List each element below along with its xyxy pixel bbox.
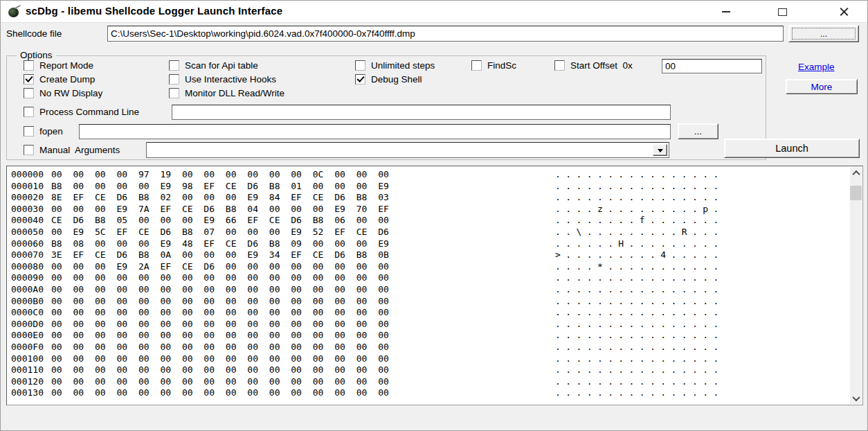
checkbox-label: Scan for Api table	[185, 60, 258, 71]
hex-ascii: ........f.......	[555, 215, 724, 227]
hex-ascii: ................	[555, 364, 724, 376]
checkbox-box[interactable]	[169, 74, 179, 85]
checkbox-label: Monitor DLL Read/Write	[185, 88, 284, 98]
hex-row: 0000A000 00 00 00 00 00 00 00 00 00 00 0…	[11, 284, 849, 296]
title-bar: scDbg - libemu Shellcode Logger Launch I…	[1, 1, 867, 23]
launch-button-label: Launch	[775, 143, 808, 154]
hex-offset: 000060	[11, 238, 51, 250]
fopen-input[interactable]	[79, 124, 671, 139]
checkbox-manual-arguments[interactable]: Manual Arguments	[24, 145, 120, 155]
hex-bytes: 00 00 00 00 00 00 00 00 00 00 00 00 00 0…	[51, 296, 389, 306]
hex-row: 00012000 00 00 00 00 00 00 00 00 00 00 0…	[11, 376, 849, 388]
fopen-browse-button[interactable]: ...	[678, 123, 718, 139]
checkbox-label: Unlimited steps	[371, 60, 435, 71]
checkbox-label: Debug Shell	[371, 74, 422, 85]
close-icon	[839, 7, 849, 17]
chevron-down-icon	[658, 149, 663, 155]
checkbox-report-mode[interactable]: Report Mode	[24, 60, 93, 71]
hex-bytes: 00 00 00 00 00 00 00 00 00 00 00 00 00 0…	[51, 342, 389, 352]
hex-bytes: 00 00 00 00 00 00 00 00 00 00 00 00 00 0…	[51, 387, 389, 398]
hex-ascii: ................	[555, 319, 724, 331]
hex-row: 00008000 00 00 E9 2A EF CE D6 00 00 00 0…	[11, 261, 849, 273]
hex-offset: 0000D0	[11, 319, 51, 331]
checkbox-label: Manual Arguments	[39, 145, 120, 155]
checkbox-box[interactable]	[169, 88, 179, 98]
checkbox-box[interactable]	[24, 88, 34, 98]
scrollbar-thumb[interactable]	[850, 186, 862, 200]
hex-bytes: 3E EF CE D6 B8 0A 00 00 00 E9 34 EF CE D…	[51, 249, 389, 260]
hex-offset: 000100	[11, 353, 51, 365]
hex-ascii: ................	[555, 342, 724, 353]
hex-ascii: ................	[555, 169, 724, 181]
hex-ascii: ..\.........R...	[555, 227, 724, 238]
hex-row: 0000703E EF CE D6 B8 0A 00 00 00 E9 34 E…	[11, 249, 849, 261]
window-title: scDbg - libemu Shellcode Logger Launch I…	[26, 5, 282, 17]
hex-row: 0000F000 00 00 00 00 00 00 00 00 00 00 0…	[11, 342, 849, 353]
hex-row: 00009000 00 00 00 00 00 00 00 00 00 00 0…	[11, 272, 849, 284]
checkbox-no-rw-display[interactable]: No RW Display	[24, 88, 102, 98]
checkbox-scan-api-table[interactable]: Scan for Api table	[169, 60, 258, 71]
hex-rows: 00000000 00 00 00 97 19 00 00 00 00 00 0…	[11, 169, 849, 405]
checkbox-label: Create Dump	[39, 74, 95, 85]
example-link[interactable]: Example	[798, 62, 835, 72]
hexdump-panel: 00000000 00 00 00 97 19 00 00 00 00 00 0…	[6, 166, 863, 405]
hex-row: 0000E000 00 00 00 00 00 00 00 00 00 00 0…	[11, 330, 849, 342]
checkbox-monitor-dll-read-write[interactable]: Monitor DLL Read/Write	[169, 88, 284, 98]
checkbox-box[interactable]	[355, 60, 365, 71]
hex-bytes: 00 00 00 00 00 00 00 00 00 00 00 00 00 0…	[51, 307, 389, 317]
checkbox-debug-shell[interactable]: Debug Shell	[355, 74, 422, 85]
shellcode-file-input[interactable]	[107, 26, 784, 42]
start-offset-input[interactable]	[662, 59, 762, 73]
more-button[interactable]: More	[786, 79, 858, 94]
hex-offset: 0000A0	[11, 284, 51, 296]
hex-ascii: ................	[555, 353, 724, 365]
hex-ascii: >.........4.....	[555, 249, 724, 261]
browse-file-button[interactable]: ...	[788, 25, 859, 42]
hex-ascii: ................	[555, 181, 724, 193]
hex-offset: 000110	[11, 364, 51, 376]
checkbox-box[interactable]	[471, 60, 482, 71]
combobox-dropdown-button[interactable]	[653, 144, 667, 156]
chevron-up-icon	[852, 170, 860, 177]
minimize-button[interactable]	[716, 3, 736, 20]
hex-bytes: 8E EF CE D6 B8 02 00 00 00 E9 84 EF CE D…	[51, 192, 389, 202]
scrollbar-down-button[interactable]	[850, 392, 862, 404]
checkbox-fopen[interactable]: fopen	[24, 126, 63, 137]
hex-offset: 000010	[11, 181, 51, 193]
hex-row: 00013000 00 00 00 00 00 00 00 00 00 00 0…	[11, 387, 849, 399]
launch-button[interactable]: Launch	[724, 139, 860, 158]
process-command-line-input[interactable]	[172, 105, 671, 120]
vertical-scrollbar[interactable]	[850, 167, 862, 404]
checkbox-use-interactive-hooks[interactable]: Use Interactive Hooks	[169, 74, 276, 85]
hex-offset: 000020	[11, 192, 51, 204]
checkbox-box[interactable]	[24, 126, 34, 137]
checkbox-process-command-line[interactable]: Process Command Line	[24, 107, 139, 117]
hex-ascii: ................	[555, 307, 724, 319]
hex-ascii: ....z.........p.	[555, 204, 724, 216]
hex-row: 000040CE D6 B8 05 00 00 00 E9 66 EF CE D…	[11, 215, 849, 227]
hex-offset: 0000F0	[11, 342, 51, 353]
hex-ascii: ................	[555, 272, 724, 284]
hex-offset: 000000	[11, 169, 51, 181]
scrollbar-up-button[interactable]	[850, 167, 862, 179]
hex-bytes: 00 00 00 00 97 19 00 00 00 00 00 00 0C 0…	[51, 169, 389, 179]
hex-offset: 000120	[11, 376, 51, 388]
checkbox-create-dump[interactable]: Create Dump	[24, 74, 95, 85]
hex-ascii: ................	[555, 192, 724, 204]
checkbox-box[interactable]	[24, 107, 34, 117]
checkbox-box[interactable]	[554, 60, 565, 71]
checkbox-findsc[interactable]: FindSc	[471, 60, 516, 71]
options-group-title: Options	[17, 50, 56, 60]
maximize-button[interactable]	[772, 3, 793, 20]
close-button[interactable]	[833, 3, 854, 20]
checkbox-box[interactable]	[355, 74, 365, 85]
checkbox-box[interactable]	[24, 145, 34, 155]
checkbox-unlimited-steps[interactable]: Unlimited steps	[355, 60, 435, 71]
checkbox-box[interactable]	[169, 60, 179, 71]
hex-offset: 000080	[11, 261, 51, 273]
manual-arguments-combobox[interactable]	[146, 142, 669, 158]
checkbox-start-offset[interactable]: Start Offset 0x	[554, 60, 633, 71]
hex-bytes: 00 00 00 00 00 00 00 00 00 00 00 00 00 0…	[51, 364, 389, 375]
checkbox-box[interactable]	[24, 60, 34, 71]
checkbox-box[interactable]	[24, 74, 34, 85]
